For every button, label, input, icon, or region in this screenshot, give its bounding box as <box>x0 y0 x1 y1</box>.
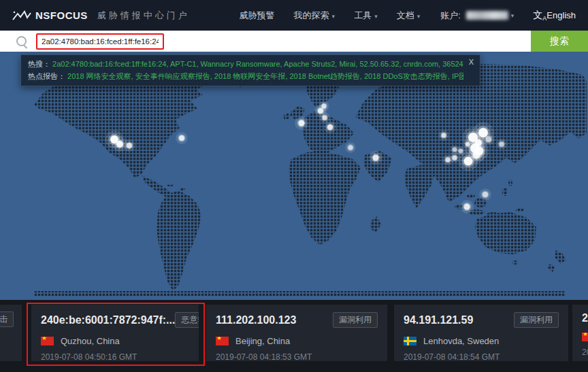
event-card[interactable]: 240e:be:6001:7872:947f:...恶意软件Quzhou, Ch… <box>31 305 199 361</box>
hot-report-link[interactable]: 2018 DDoS攻击态势报告 <box>364 72 448 80</box>
map-marker <box>327 124 333 130</box>
hot-search-link[interactable]: 2a02:4780:bad:16:fced:1ff:fe16:24 <box>52 60 166 68</box>
translate-icon: 文A <box>533 10 546 22</box>
hot-report-link[interactable]: 2018 物联网安全年报 <box>214 72 286 80</box>
country-flag-cn <box>582 333 588 341</box>
map-marker <box>299 120 305 126</box>
hot-search-link[interactable]: Apache Struts2 <box>284 60 335 68</box>
event-location-row: Quzhou, China <box>41 336 189 346</box>
hot-report-link[interactable]: 安全事件响应观察报告 <box>135 72 210 80</box>
hot-search-row: 热搜： 2a02:4780:bad:16:fced:1ff:fe16:24, A… <box>28 58 463 70</box>
event-card[interactable]: 111.202.100.123漏洞利用Beijing, China2019-07… <box>206 305 387 361</box>
search-bar: 搜索 <box>0 31 588 52</box>
map-marker <box>446 158 451 163</box>
event-time: 2019-07-08 04:18:53 GMT <box>216 352 378 361</box>
hot-report-link[interactable]: 2018 网络安全观察 <box>67 72 131 80</box>
map-marker <box>464 157 473 166</box>
event-ticker: 击 240e:be:6001:7872:947f:...恶意软件Quzhou, … <box>0 300 588 372</box>
map-marker <box>179 135 184 141</box>
event-card-partial-left[interactable]: 击 <box>0 305 22 361</box>
event-card-title: 24 <box>582 312 588 324</box>
map-marker <box>500 142 504 147</box>
event-badge: 漏洞利用 <box>514 312 559 328</box>
event-time: 20 <box>582 348 588 357</box>
close-icon[interactable]: X <box>469 58 474 66</box>
event-time: 2019-07-08 04:50:16 GMT <box>41 352 189 361</box>
event-card-title: 94.191.121.59 <box>404 314 473 326</box>
event-card-header: 94.191.121.59漏洞利用 <box>404 312 559 328</box>
account-username-redacted <box>466 11 508 20</box>
event-badge: 击 <box>0 311 14 327</box>
hot-reports-label: 热点报告： <box>28 72 65 80</box>
map-marker <box>323 116 327 120</box>
nsfocus-logo-icon <box>12 10 31 22</box>
chevron-down-icon: ▾ <box>332 13 336 20</box>
event-location-row: Beijing, China <box>216 336 378 346</box>
brand-name: NSFOCUS <box>35 10 88 21</box>
map-marker <box>486 137 491 142</box>
world-map-svg <box>0 52 588 300</box>
event-card[interactable]: 2420 <box>572 305 588 361</box>
map-marker <box>442 133 446 138</box>
hot-reports-row: 热点报告： 2018 网络安全观察, 安全事件响应观察报告, 2018 物联网安… <box>28 70 463 82</box>
account-label: 账户: <box>440 10 461 22</box>
event-location-row <box>582 333 588 341</box>
language-toggle[interactable]: 文A English <box>533 10 576 22</box>
chevron-down-icon: ▾ <box>511 12 514 19</box>
event-card-header: 240e:be:6001:7872:947f:...恶意软件 <box>41 312 189 328</box>
hot-search-link[interactable]: APT-C1 <box>170 60 197 68</box>
search-icon <box>16 36 27 46</box>
map-marker <box>373 155 379 161</box>
map-marker <box>464 204 470 210</box>
chevron-down-icon: ▾ <box>374 13 378 20</box>
nav-item-工具[interactable]: 工具▾ <box>354 10 378 20</box>
hot-report-link[interactable]: IP团伙行为分析 <box>452 72 463 80</box>
map-marker <box>322 104 327 109</box>
event-card[interactable]: 94.191.121.59漏洞利用Lenhovda, Sweden2019-07… <box>394 305 568 361</box>
nav-item-我的探索[interactable]: 我的探索▾ <box>294 10 336 20</box>
nav-item-文档[interactable]: 文档▾ <box>397 10 421 20</box>
world-map <box>0 52 588 300</box>
hot-search-link[interactable]: 36524c90ca1fac2102e7653dfadb31b2 <box>442 60 463 68</box>
nav-item-威胁预警[interactable]: 威胁预警 <box>240 10 275 20</box>
event-location: Lenhovda, Sweden <box>423 336 499 346</box>
map-marker <box>127 143 132 148</box>
country-flag-cn <box>216 337 229 345</box>
hot-search-label: 热搜： <box>28 60 50 68</box>
account-menu[interactable]: 账户: ▾ <box>440 10 514 22</box>
event-time: 2019-07-08 04:18:54 GMT <box>404 352 559 361</box>
navbar: NSFOCUS 威胁情报中心门户 威胁预警我的探索▾工具▾文档▾ 账户: ▾ 文… <box>0 0 588 31</box>
portal-title: 威胁情报中心门户 <box>97 10 190 22</box>
map-marker <box>483 192 488 197</box>
hot-search-link[interactable]: cnrdn.com <box>404 60 438 68</box>
map-marker <box>348 146 353 150</box>
hot-search-links: 2a02:4780:bad:16:fced:1ff:fe16:24, APT-C… <box>52 60 463 68</box>
event-card-header: 111.202.100.123漏洞利用 <box>216 312 378 328</box>
brand: NSFOCUS 威胁情报中心门户 <box>12 10 190 22</box>
country-flag-se <box>404 337 416 345</box>
hot-search-panel: 热搜： 2a02:4780:bad:16:fced:1ff:fe16:24, A… <box>20 54 480 86</box>
search-button[interactable]: 搜索 <box>531 31 588 52</box>
search-input[interactable] <box>36 33 164 50</box>
hot-search-link[interactable]: Mirai <box>339 60 355 68</box>
hot-reports-links: 2018 网络安全观察, 安全事件响应观察报告, 2018 物联网安全年报, 2… <box>67 72 463 80</box>
event-location-row: Lenhovda, Sweden <box>404 336 559 346</box>
map-marker <box>459 149 463 153</box>
event-card-title: 240e:be:6001:7872:947f:... <box>41 314 175 326</box>
chevron-down-icon: ▾ <box>417 13 421 20</box>
event-location: Quzhou, China <box>61 336 120 346</box>
event-badge: 漏洞利用 <box>333 312 378 328</box>
hot-search-link[interactable]: Wannacry Ransomware <box>201 60 280 68</box>
language-label: English <box>546 10 576 20</box>
event-card-title: 111.202.100.123 <box>216 314 296 326</box>
navbar-menu: 威胁预警我的探索▾工具▾文档▾ 账户: ▾ 文A English <box>220 9 576 22</box>
event-badge: 恶意软件 <box>175 312 199 328</box>
hot-search-link[interactable]: 52.50.65.32 <box>359 60 399 68</box>
hot-report-link[interactable]: 2018 Botnet趋势报告 <box>290 72 360 80</box>
event-location: Beijing, China <box>235 336 290 346</box>
country-flag-cn <box>41 337 54 345</box>
app-window: NSFOCUS 威胁情报中心门户 威胁预警我的探索▾工具▾文档▾ 账户: ▾ 文… <box>0 0 588 372</box>
event-card-header: 24 <box>582 312 588 324</box>
map-marker <box>116 141 123 148</box>
map-marker <box>453 148 457 152</box>
